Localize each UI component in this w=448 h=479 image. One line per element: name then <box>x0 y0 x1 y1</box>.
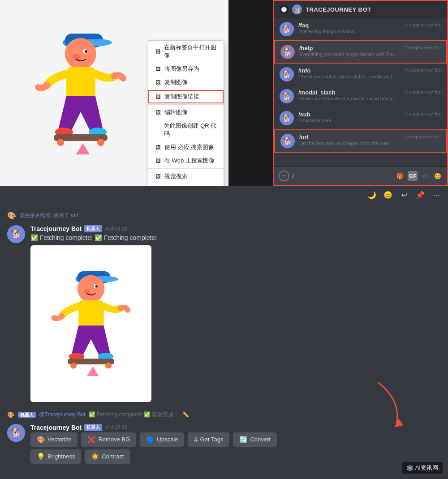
bot-message-text: ✅ Fetching complete! ✅ Fetching complete… <box>30 234 441 243</box>
context-copy-link[interactable]: 🖼 复制图像链接 <box>148 90 224 103</box>
add-button[interactable]: + <box>279 171 289 181</box>
command-help-name: /help <box>299 45 399 51</box>
command-help-author: Tracejourney Bot <box>404 45 441 50</box>
context-qr[interactable]: 为此图像创建 QR 代码 <box>148 119 224 141</box>
convert-button[interactable]: 🔄 Convert <box>233 432 277 447</box>
command-info-content: /info Check your subscription status, cr… <box>298 67 400 79</box>
message-timestamp-2: 今天18:02 <box>105 424 127 431</box>
svg-point-3 <box>65 38 96 69</box>
context-bing-search[interactable]: 🖼 使用 必应 搜索图像 <box>148 141 224 154</box>
command-mention: /url <box>71 212 78 218</box>
command-url-desc: Let the Bot work on images from the web <box>299 141 399 146</box>
system-notification: 🎨 花生的AI绘画 使用了 /url <box>7 210 441 222</box>
gif-icon[interactable]: GIF <box>408 171 418 181</box>
snowflake-icon: ❄️ <box>406 465 414 471</box>
bot-avatar-help: 🐕 <box>280 45 295 59</box>
message-header: Tracejourney Bot 机器人 今天18:02 <box>30 225 441 232</box>
command-url-content: /url Let the Bot work on images from the… <box>299 134 399 146</box>
context-open-tab[interactable]: 🖼 在新标签页中打开图像 <box>148 41 224 62</box>
brightness-button[interactable]: 💡 Brightness <box>30 449 81 464</box>
upscale-button[interactable]: 🔵 Upscale <box>140 432 184 447</box>
command-url[interactable]: 🐕 /url Let the Bot work on images from t… <box>274 129 447 153</box>
command-faq-author: Tracejourney Bot <box>405 22 442 27</box>
skater-illustration <box>13 9 143 170</box>
chat-skater-image <box>30 245 151 402</box>
mention-bot: @Tracejourney Bot <box>39 411 85 418</box>
separator-2 <box>148 168 224 169</box>
action-buttons-row-1: 🎨 Vectorize ❌ Remove BG 🔵 Upscale # Get … <box>30 432 441 449</box>
link-icon: 🖼 <box>155 93 162 100</box>
svg-point-17 <box>78 275 105 302</box>
smile-icon[interactable]: 😊 <box>382 188 394 201</box>
message-header-2: Tracejourney Bot 机器人 今天18:02 <box>30 424 441 431</box>
reply-icon[interactable]: ↩ <box>398 188 410 201</box>
command-url-author: Tracejourney Bot <box>404 134 441 139</box>
bot-message-1: 🐕 Tracejourney Bot 机器人 今天18:02 ✅ Fetchin… <box>7 225 441 402</box>
command-modal-content: /modal_slash Shows an example of a modal… <box>298 89 400 101</box>
sticker-icon[interactable]: 🏷 <box>420 171 430 181</box>
command-info-author: Tracejourney Bot <box>405 67 442 73</box>
vectorize-button[interactable]: 🎨 Vectorize <box>30 432 78 447</box>
command-modal[interactable]: 🐕 /modal_slash Shows an example of a mod… <box>274 86 447 107</box>
command-help-content: /help Everything you need to get started… <box>299 45 399 57</box>
svg-marker-13 <box>76 143 90 154</box>
bot-username-2: Tracejourney Bot <box>30 424 82 431</box>
left-image-area: 🖼 在新标签页中打开图像 🖼 将图像另存为 🖼 复制图像 🖼 复制图像链接 🖼 … <box>0 0 228 186</box>
discord-header: 🕐 🤖 TRACEJOURNEY BOT <box>274 1 447 18</box>
svg-rect-7 <box>66 67 95 98</box>
chat-toolbar: 🌙 😊 ↩ 📌 ⋯ <box>0 186 448 204</box>
bot-message-2: 🐕 Tracejourney Bot 机器人 今天18:02 🎨 Vectori… <box>7 424 441 466</box>
command-help[interactable]: 🐕 /help Everything you need to get start… <box>274 40 447 64</box>
message-timestamp: 今天18:02 <box>105 226 127 232</box>
chat-messages-area: 🎨 花生的AI绘画 使用了 /url 🐕 Tracejourney Bot 机器… <box>0 204 448 479</box>
contrast-icon: ☀️ <box>91 453 99 461</box>
command-faq-desc: Interesting things to know... <box>298 29 400 34</box>
pin-icon[interactable]: 📌 <box>414 188 426 201</box>
command-sub-content: /sub Subscribe here <box>298 111 400 123</box>
context-add-collection[interactable]: 🖼 添加到集锦 <box>148 183 224 186</box>
discord-commands-list: 🐕 /faq Interesting things to know... Tra… <box>274 18 447 167</box>
moon-icon[interactable]: 🌙 <box>366 188 378 201</box>
contrast-button[interactable]: ☀️ Contrast <box>85 449 130 464</box>
remove-bg-icon: ❌ <box>87 436 96 444</box>
svg-rect-21 <box>78 300 103 328</box>
command-faq[interactable]: 🐕 /faq Interesting things to know... Tra… <box>274 18 447 40</box>
context-copy-image[interactable]: 🖼 复制图像 <box>148 76 224 89</box>
context-save-as[interactable]: 🖼 将图像另存为 <box>148 62 224 76</box>
command-info-name: /info <box>298 67 400 74</box>
command-sub-desc: Subscribe here <box>298 118 400 123</box>
svg-point-20 <box>84 289 90 295</box>
bot-message-2-content: Tracejourney Bot 机器人 今天18:02 🎨 Vectorize… <box>30 424 441 466</box>
emoji-icon[interactable]: 😊 <box>433 171 443 181</box>
context-edit[interactable]: 🖼 编辑图像 <box>148 106 224 119</box>
save-icon: 🖼 <box>155 65 162 73</box>
vectorize-icon: 🎨 <box>37 436 45 444</box>
notification-icon: 🎨 <box>7 211 16 220</box>
bottom-chat-section: 🌙 😊 ↩ 📌 ⋯ 🎨 花生的AI绘画 使用了 /url 🐕 Tracejour… <box>0 186 448 479</box>
svg-point-19 <box>95 285 98 287</box>
pencil-icon: ✏️ <box>182 411 189 418</box>
open-tab-icon: 🖼 <box>155 48 161 55</box>
user-mention: 花生的AI绘画 <box>20 212 52 218</box>
context-web-search[interactable]: 🖼 在 Web 上搜索图像 <box>148 154 224 167</box>
context-visual-search[interactable]: 🖼 视觉搜索 <box>148 170 224 183</box>
bot-avatar-main: 🐕 <box>7 225 25 243</box>
discord-input-bar: + / 🎁 GIF 🏷 😊 <box>274 167 447 185</box>
qr-icon <box>155 126 161 133</box>
gift-icon[interactable]: 🎁 <box>395 171 405 181</box>
remove-bg-button[interactable]: ❌ Remove BG <box>81 432 136 447</box>
more-icon[interactable]: ⋯ <box>430 188 443 201</box>
svg-point-25 <box>70 362 77 368</box>
svg-point-12 <box>97 139 104 146</box>
command-info[interactable]: 🐕 /info Check your subscription status, … <box>274 64 447 86</box>
command-sub[interactable]: 🐕 /sub Subscribe here Tracejourney Bot <box>274 107 447 129</box>
bot-badge: 机器人 <box>84 225 102 232</box>
get-tags-button[interactable]: # Get Tags <box>188 432 229 447</box>
bot-icon: 🤖 <box>292 4 302 14</box>
bot-message-content: Tracejourney Bot 机器人 今天18:02 ✅ Fetching … <box>30 225 441 402</box>
tags-icon: # <box>194 436 198 443</box>
bot-avatar-faq: 🐕 <box>280 22 294 36</box>
dog-icon: 🐕 <box>7 225 25 243</box>
bot-badge-2: 机器人 <box>18 412 36 418</box>
command-input[interactable]: / <box>292 173 392 180</box>
